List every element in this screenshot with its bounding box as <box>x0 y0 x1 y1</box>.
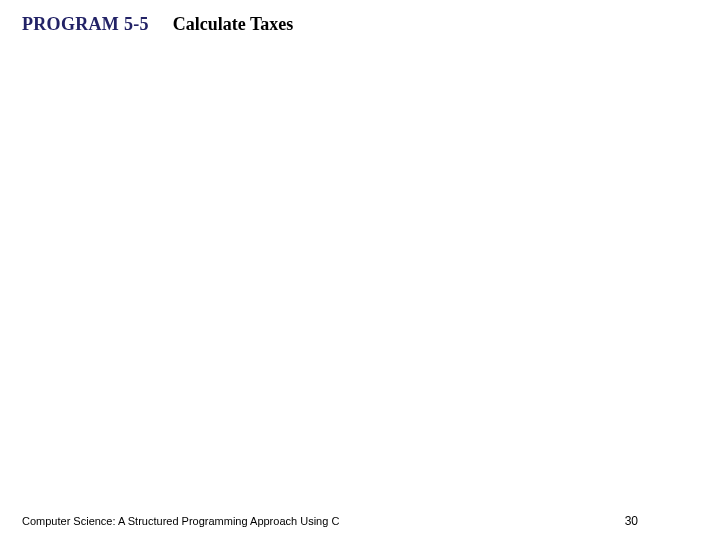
program-title: Calculate Taxes <box>173 14 294 35</box>
slide-footer: Computer Science: A Structured Programmi… <box>0 514 720 528</box>
slide-header: PROGRAM 5-5 Calculate Taxes <box>22 14 293 35</box>
page-number: 30 <box>625 514 638 528</box>
footer-book-title: Computer Science: A Structured Programmi… <box>22 515 339 527</box>
program-label: PROGRAM 5-5 <box>22 14 149 35</box>
